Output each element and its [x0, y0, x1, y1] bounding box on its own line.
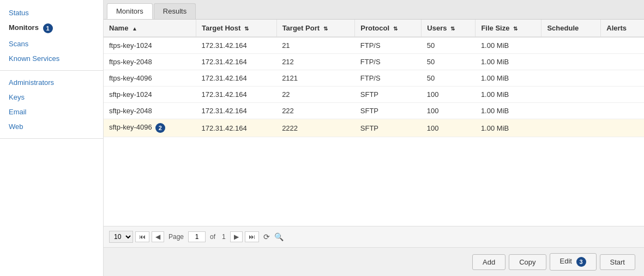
- col-target-host-label: Target Host: [202, 24, 240, 32]
- tab-results[interactable]: Results: [154, 3, 196, 19]
- table-row[interactable]: sftp-key-2048172.31.42.164222SFTP1001.00…: [104, 103, 644, 119]
- sidebar-item-scans[interactable]: Scans: [0, 36, 103, 51]
- cell-alerts: [601, 70, 644, 87]
- cell-file-size: 1.00 MiB: [476, 54, 541, 70]
- content-panel: Name ▲ Target Host ⇅ Target Port ⇅ Pro: [104, 20, 644, 247]
- col-name-label: Name: [109, 24, 128, 32]
- main-content: Monitors Results Name ▲ Target Host ⇅: [104, 0, 644, 276]
- sidebar-item-known-services[interactable]: Known Services: [0, 51, 103, 66]
- sidebar-label-known-services: Known Services: [9, 54, 59, 63]
- table-row[interactable]: ftps-key-4096172.31.42.1642121FTP/S501.0…: [104, 70, 644, 87]
- cell-users: 100: [422, 87, 476, 103]
- of-label: of: [210, 233, 215, 241]
- sort-arrow-target-port: ⇅: [323, 26, 328, 32]
- tab-monitors-label: Monitors: [116, 7, 143, 15]
- per-page-select[interactable]: 10 25 50: [109, 231, 133, 243]
- cell-target-port: 2222: [276, 119, 355, 137]
- start-button-label: Start: [610, 258, 625, 266]
- cell-schedule: [541, 54, 601, 70]
- col-schedule-label: Schedule: [547, 24, 579, 32]
- add-button-label: Add: [483, 258, 495, 266]
- cell-file-size: 1.00 MiB: [476, 119, 541, 137]
- col-alerts-label: Alerts: [606, 24, 627, 32]
- cell-schedule: [541, 103, 601, 119]
- col-file-size-label: File Size: [481, 24, 509, 32]
- copy-button[interactable]: Copy: [509, 254, 546, 270]
- tab-monitors[interactable]: Monitors: [107, 3, 153, 19]
- prev-page-button[interactable]: ◀: [152, 231, 164, 242]
- cell-alerts: [601, 54, 644, 70]
- cell-alerts: [601, 103, 644, 119]
- cell-protocol: SFTP: [355, 87, 422, 103]
- cell-schedule: [541, 87, 601, 103]
- cell-schedule: [541, 37, 601, 54]
- cell-target-host: 172.31.42.164: [196, 37, 277, 54]
- start-button[interactable]: Start: [600, 254, 635, 270]
- cell-users: 50: [422, 70, 476, 87]
- col-file-size[interactable]: File Size ⇅: [476, 20, 541, 37]
- sidebar-divider-1: [0, 70, 103, 71]
- sidebar-item-administrators[interactable]: Administrators: [0, 75, 103, 90]
- table-row[interactable]: ftps-key-2048172.31.42.164212FTP/S501.00…: [104, 54, 644, 70]
- col-users[interactable]: Users ⇅: [422, 20, 476, 37]
- tab-results-label: Results: [163, 7, 186, 15]
- sidebar-item-monitors[interactable]: Monitors 1: [0, 20, 103, 36]
- cell-schedule: [541, 119, 601, 137]
- sidebar-label-status: Status: [9, 9, 29, 17]
- cell-users: 100: [422, 119, 476, 137]
- cell-file-size: 1.00 MiB: [476, 87, 541, 103]
- cell-alerts: [601, 87, 644, 103]
- cell-target-host: 172.31.42.164: [196, 103, 277, 119]
- monitors-badge: 1: [43, 23, 53, 33]
- last-page-button[interactable]: ⏭: [245, 231, 259, 242]
- sidebar-label-email: Email: [9, 108, 27, 116]
- cell-name: sftp-key-2048: [104, 103, 196, 119]
- table-row[interactable]: sftp-key-40962172.31.42.1642222SFTP1001.…: [104, 119, 644, 137]
- add-button[interactable]: Add: [472, 254, 505, 270]
- sidebar-label-keys: Keys: [9, 93, 25, 101]
- cell-name: sftp-key-1024: [104, 87, 196, 103]
- table-area: Name ▲ Target Host ⇅ Target Port ⇅ Pro: [104, 20, 644, 226]
- sidebar: Status Monitors 1 Scans Known Services A…: [0, 0, 104, 276]
- cell-users: 50: [422, 37, 476, 54]
- cell-name: ftps-key-2048: [104, 54, 196, 70]
- sidebar-item-email[interactable]: Email: [0, 105, 103, 119]
- edit-button[interactable]: Edit 3: [550, 253, 597, 271]
- cell-alerts: [601, 37, 644, 54]
- col-target-port[interactable]: Target Port ⇅: [276, 20, 355, 37]
- cell-protocol: SFTP: [355, 103, 422, 119]
- table-row[interactable]: ftps-key-1024172.31.42.16421FTP/S501.00 …: [104, 37, 644, 54]
- cell-target-host: 172.31.42.164: [196, 87, 277, 103]
- cell-target-port: 212: [276, 54, 355, 70]
- page-input[interactable]: [188, 231, 206, 242]
- next-page-button[interactable]: ▶: [230, 231, 243, 242]
- cell-target-host: 172.31.42.164: [196, 54, 277, 70]
- edit-badge: 3: [576, 257, 586, 267]
- sidebar-label-scans: Scans: [9, 40, 28, 48]
- sidebar-item-status[interactable]: Status: [0, 5, 103, 20]
- page-label: Page: [168, 233, 184, 241]
- sidebar-item-web[interactable]: Web: [0, 119, 103, 134]
- sort-arrow-name: ▲: [132, 26, 137, 32]
- cell-protocol: FTP/S: [355, 70, 422, 87]
- cell-file-size: 1.00 MiB: [476, 103, 541, 119]
- sidebar-label-administrators: Administrators: [9, 78, 54, 87]
- cell-file-size: 1.00 MiB: [476, 70, 541, 87]
- total-pages: 1: [222, 233, 226, 241]
- refresh-icon[interactable]: ⟳: [263, 232, 270, 241]
- monitors-table: Name ▲ Target Host ⇅ Target Port ⇅ Pro: [104, 20, 644, 137]
- cell-users: 100: [422, 103, 476, 119]
- col-protocol[interactable]: Protocol ⇅: [355, 20, 422, 37]
- first-page-button[interactable]: ⏮: [135, 231, 149, 242]
- col-users-label: Users: [427, 24, 447, 32]
- search-icon[interactable]: 🔍: [274, 232, 284, 241]
- cell-name: ftps-key-4096: [104, 70, 196, 87]
- col-schedule: Schedule: [541, 20, 601, 37]
- col-target-host[interactable]: Target Host ⇅: [196, 20, 277, 37]
- sidebar-item-keys[interactable]: Keys: [0, 90, 103, 105]
- copy-button-label: Copy: [519, 258, 535, 266]
- col-name[interactable]: Name ▲: [104, 20, 196, 37]
- cell-users: 50: [422, 54, 476, 70]
- cell-target-host: 172.31.42.164: [196, 119, 277, 137]
- table-row[interactable]: sftp-key-1024172.31.42.16422SFTP1001.00 …: [104, 87, 644, 103]
